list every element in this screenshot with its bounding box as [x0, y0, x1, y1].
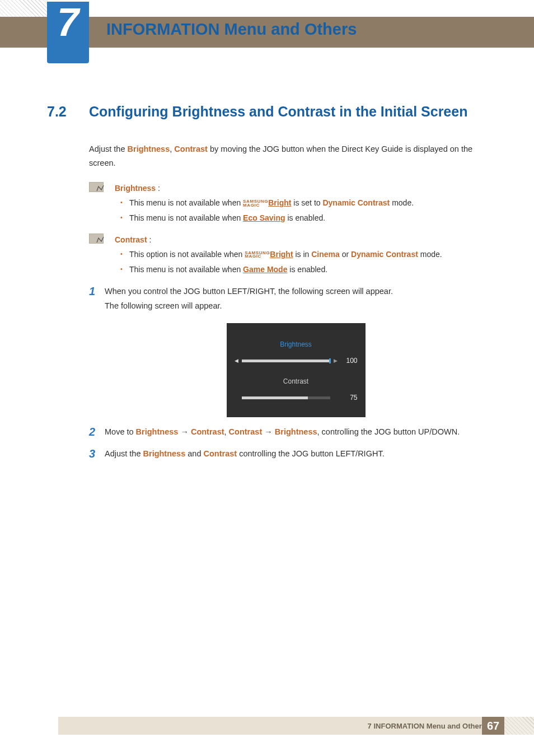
- contrast-fill: [242, 396, 308, 399]
- step-2-text: Move to Brightness → Contrast, Contrast …: [105, 425, 487, 439]
- note-icon: [89, 182, 104, 192]
- game-mode-link[interactable]: Game Mode: [243, 265, 287, 274]
- note-brightness-item-1: This menu is not available when SAMSUNGM…: [129, 195, 487, 211]
- intro-paragraph: Adjust the Brightness, Contrast by movin…: [89, 142, 487, 171]
- step-3-text: Adjust the Brightness and Contrast contr…: [105, 447, 487, 461]
- chapter-title: INFORMATION Menu and Others: [106, 20, 357, 39]
- note-icon: [89, 234, 104, 244]
- step-3: 3 Adjust the Brightness and Contrast con…: [89, 447, 487, 461]
- note-contrast-item-1: This option is not available when SAMSUN…: [129, 247, 487, 262]
- content-area: 7.2 Configuring Brightness and Contrast …: [47, 104, 487, 461]
- step-number: 3: [89, 447, 105, 461]
- note-brightness: Brightness : This menu is not available …: [89, 181, 487, 226]
- page-number: 67: [482, 717, 504, 735]
- brightness-value: 100: [341, 355, 358, 367]
- arrow-left-icon: ◀: [235, 357, 238, 366]
- osd-contrast-label: Contrast: [235, 376, 358, 388]
- brightness-slider: [242, 360, 330, 362]
- contrast-value: 75: [341, 392, 358, 404]
- samsung-magic-bright[interactable]: SAMSUNGMAGICBright: [245, 250, 293, 259]
- note-contrast-item-2: This menu is not available when Game Mod…: [129, 262, 487, 277]
- eco-saving-link[interactable]: Eco Saving: [243, 213, 285, 222]
- osd-brightness-label: Brightness: [235, 339, 358, 351]
- osd-screenshot: Brightness ◀ ▶ 100 Contrast ◀: [227, 323, 366, 417]
- note-contrast: Contrast : This option is not available …: [89, 232, 487, 277]
- step-1-line-1: When you control the JOG button LEFT/RIG…: [105, 284, 487, 298]
- chapter-number: 7: [57, 3, 79, 42]
- chapter-badge: 7: [47, 2, 89, 63]
- brightness-term: Brightness: [128, 144, 170, 153]
- step-number: 2: [89, 425, 105, 439]
- step-1: 1 When you control the JOG button LEFT/R…: [89, 284, 487, 417]
- step-number: 1: [89, 284, 105, 417]
- section-heading: 7.2 Configuring Brightness and Contrast …: [47, 104, 487, 120]
- note-brightness-item-2: This menu is not available when Eco Savi…: [129, 211, 487, 226]
- osd-brightness-row: ◀ ▶ 100: [235, 355, 358, 367]
- brightness-fill: [242, 360, 330, 362]
- note-brightness-label: Brightness :: [115, 181, 487, 196]
- section-number: 7.2: [47, 104, 89, 120]
- arrow-right-icon: ▶: [334, 357, 338, 366]
- step-2: 2 Move to Brightness → Contrast, Contras…: [89, 425, 487, 439]
- corner-hatch: [0, 0, 48, 17]
- samsung-magic-bright[interactable]: SAMSUNGMAGICBright: [243, 198, 291, 207]
- brightness-handle: [329, 358, 331, 363]
- contrast-term: Contrast: [174, 144, 208, 153]
- footer-band: 7 INFORMATION Menu and Others: [58, 717, 534, 735]
- footer-hatch: [504, 717, 534, 735]
- contrast-slider: [242, 396, 330, 399]
- note-contrast-label: Contrast :: [115, 232, 487, 248]
- footer-text: 7 INFORMATION Menu and Others: [368, 722, 486, 730]
- section-title: Configuring Brightness and Contrast in t…: [89, 104, 467, 120]
- step-1-line-2: The following screen will appear.: [105, 299, 487, 313]
- osd-contrast-row: ◀ ▶ 75: [235, 392, 358, 404]
